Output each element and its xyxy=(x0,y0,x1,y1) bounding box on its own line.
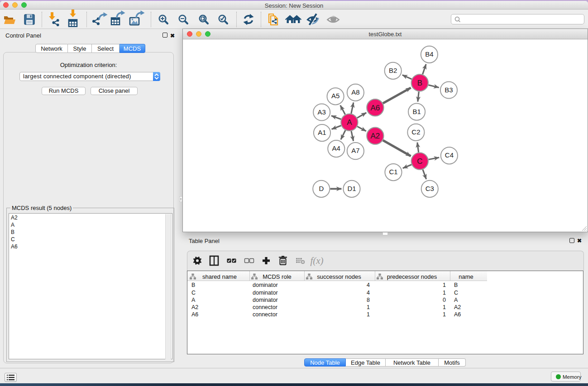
svg-text:B4: B4 xyxy=(425,50,433,58)
svg-text:f(x): f(x) xyxy=(310,255,323,266)
svg-text:A3: A3 xyxy=(318,108,326,116)
svg-text:A5: A5 xyxy=(331,92,339,100)
svg-text:B: B xyxy=(417,79,422,87)
svg-text:A6: A6 xyxy=(371,104,380,112)
svg-text:A1: A1 xyxy=(318,129,326,136)
svg-text:D: D xyxy=(319,185,324,192)
svg-text:C1: C1 xyxy=(389,168,397,176)
svg-text:B3: B3 xyxy=(445,86,453,94)
svg-text:C2: C2 xyxy=(411,128,420,136)
svg-text:C3: C3 xyxy=(425,185,434,192)
svg-text:C: C xyxy=(417,157,422,166)
svg-text:A7: A7 xyxy=(351,147,359,154)
svg-text:A: A xyxy=(347,118,352,127)
svg-text:C4: C4 xyxy=(445,151,454,159)
svg-text:B2: B2 xyxy=(389,67,397,74)
svg-text:A8: A8 xyxy=(351,88,359,96)
svg-text:A4: A4 xyxy=(332,144,340,152)
svg-text:D1: D1 xyxy=(347,185,356,192)
svg-text:B1: B1 xyxy=(412,108,421,115)
svg-text:A2: A2 xyxy=(371,132,380,140)
